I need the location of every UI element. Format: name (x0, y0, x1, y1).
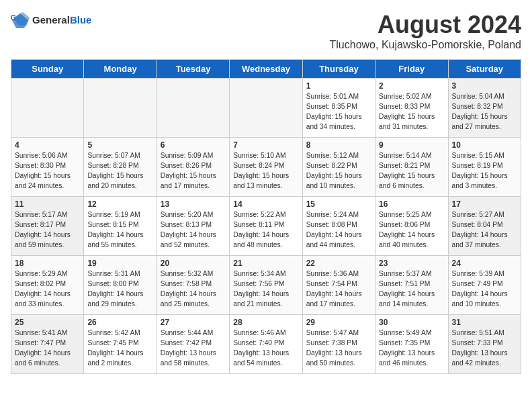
day-info: Sunrise: 5:36 AM Sunset: 7:54 PM Dayligh… (306, 269, 371, 310)
calendar-cell: 24Sunrise: 5:39 AM Sunset: 7:49 PM Dayli… (448, 256, 521, 315)
calendar-cell: 12Sunrise: 5:19 AM Sunset: 8:15 PM Dayli… (84, 197, 157, 256)
day-info: Sunrise: 5:14 AM Sunset: 8:21 PM Dayligh… (379, 151, 444, 191)
day-info: Sunrise: 5:06 AM Sunset: 8:30 PM Dayligh… (15, 151, 80, 191)
day-number: 30 (379, 318, 444, 327)
calendar-cell: 14Sunrise: 5:22 AM Sunset: 8:11 PM Dayli… (230, 197, 302, 256)
day-number: 23 (379, 259, 444, 268)
day-number: 27 (161, 318, 226, 327)
day-info: Sunrise: 5:24 AM Sunset: 8:08 PM Dayligh… (306, 210, 371, 250)
day-info: Sunrise: 5:44 AM Sunset: 7:42 PM Dayligh… (161, 328, 226, 369)
calendar-table: SundayMondayTuesdayWednesdayThursdayFrid… (11, 59, 521, 374)
logo: G GeneralBlue (11, 11, 91, 30)
calendar-cell: 3Sunrise: 5:04 AM Sunset: 8:32 PM Daylig… (448, 79, 521, 138)
calendar-cell: 23Sunrise: 5:37 AM Sunset: 7:51 PM Dayli… (375, 256, 448, 315)
calendar-cell: 8Sunrise: 5:12 AM Sunset: 8:22 PM Daylig… (302, 138, 375, 197)
calendar-week-4: 25Sunrise: 5:41 AM Sunset: 7:47 PM Dayli… (11, 315, 521, 374)
header-monday: Monday (84, 60, 157, 79)
calendar-cell (157, 79, 229, 138)
day-info: Sunrise: 5:09 AM Sunset: 8:26 PM Dayligh… (161, 151, 226, 191)
header-friday: Friday (375, 60, 448, 79)
day-info: Sunrise: 5:22 AM Sunset: 8:11 PM Dayligh… (233, 210, 298, 250)
title-section: August 2024 Tluchowo, Kujawsko-Pomorskie… (330, 11, 521, 51)
day-info: Sunrise: 5:31 AM Sunset: 8:00 PM Dayligh… (87, 269, 152, 310)
day-info: Sunrise: 5:51 AM Sunset: 7:33 PM Dayligh… (452, 328, 517, 369)
day-info: Sunrise: 5:34 AM Sunset: 7:56 PM Dayligh… (233, 269, 298, 310)
calendar-cell: 6Sunrise: 5:09 AM Sunset: 8:26 PM Daylig… (157, 138, 229, 197)
day-number: 17 (452, 199, 517, 209)
day-number: 24 (452, 259, 517, 268)
day-info: Sunrise: 5:04 AM Sunset: 8:32 PM Dayligh… (452, 92, 517, 132)
logo-icon: G (11, 11, 30, 30)
calendar-cell: 22Sunrise: 5:36 AM Sunset: 7:54 PM Dayli… (302, 256, 375, 315)
calendar-cell: 19Sunrise: 5:31 AM Sunset: 8:00 PM Dayli… (84, 256, 157, 315)
day-info: Sunrise: 5:17 AM Sunset: 8:17 PM Dayligh… (15, 210, 80, 250)
day-info: Sunrise: 5:29 AM Sunset: 8:02 PM Dayligh… (15, 269, 80, 310)
calendar-cell: 18Sunrise: 5:29 AM Sunset: 8:02 PM Dayli… (11, 256, 84, 315)
day-number: 15 (306, 199, 371, 209)
page-title: August 2024 (330, 11, 521, 39)
day-number: 25 (15, 318, 80, 327)
day-info: Sunrise: 5:10 AM Sunset: 8:24 PM Dayligh… (233, 151, 298, 191)
day-info: Sunrise: 5:20 AM Sunset: 8:13 PM Dayligh… (161, 210, 226, 250)
calendar-cell: 7Sunrise: 5:10 AM Sunset: 8:24 PM Daylig… (230, 138, 302, 197)
day-info: Sunrise: 5:42 AM Sunset: 7:45 PM Dayligh… (87, 328, 152, 369)
day-info: Sunrise: 5:37 AM Sunset: 7:51 PM Dayligh… (379, 269, 444, 310)
calendar-week-2: 11Sunrise: 5:17 AM Sunset: 8:17 PM Dayli… (11, 197, 521, 256)
day-info: Sunrise: 5:01 AM Sunset: 8:35 PM Dayligh… (306, 92, 371, 132)
calendar-cell: 27Sunrise: 5:44 AM Sunset: 7:42 PM Dayli… (157, 315, 229, 374)
calendar-cell: 2Sunrise: 5:02 AM Sunset: 8:33 PM Daylig… (375, 79, 448, 138)
calendar-cell (11, 79, 84, 138)
day-number: 6 (161, 140, 226, 150)
calendar-week-0: 1Sunrise: 5:01 AM Sunset: 8:35 PM Daylig… (11, 79, 521, 138)
day-number: 12 (87, 199, 152, 209)
day-info: Sunrise: 5:39 AM Sunset: 7:49 PM Dayligh… (452, 269, 517, 310)
day-number: 3 (452, 81, 517, 91)
day-number: 2 (379, 81, 444, 91)
calendar-cell: 30Sunrise: 5:49 AM Sunset: 7:35 PM Dayli… (375, 315, 448, 374)
day-number: 28 (233, 318, 298, 327)
calendar-cell: 26Sunrise: 5:42 AM Sunset: 7:45 PM Dayli… (84, 315, 157, 374)
day-number: 26 (87, 318, 152, 327)
day-number: 16 (379, 199, 444, 209)
day-info: Sunrise: 5:19 AM Sunset: 8:15 PM Dayligh… (87, 210, 152, 250)
calendar-cell (230, 79, 302, 138)
calendar-cell: 9Sunrise: 5:14 AM Sunset: 8:21 PM Daylig… (375, 138, 448, 197)
day-number: 1 (306, 81, 371, 91)
header-tuesday: Tuesday (157, 60, 229, 79)
calendar-cell (84, 79, 157, 138)
header-saturday: Saturday (448, 60, 521, 79)
day-info: Sunrise: 5:27 AM Sunset: 8:04 PM Dayligh… (452, 210, 517, 250)
day-number: 31 (452, 318, 517, 327)
calendar-cell: 10Sunrise: 5:15 AM Sunset: 8:19 PM Dayli… (448, 138, 521, 197)
header-wednesday: Wednesday (230, 60, 302, 79)
calendar-cell: 16Sunrise: 5:25 AM Sunset: 8:06 PM Dayli… (375, 197, 448, 256)
calendar-cell: 28Sunrise: 5:46 AM Sunset: 7:40 PM Dayli… (230, 315, 302, 374)
calendar-cell: 5Sunrise: 5:07 AM Sunset: 8:28 PM Daylig… (84, 138, 157, 197)
logo-text: GeneralBlue (32, 15, 91, 26)
day-number: 19 (87, 259, 152, 268)
calendar-week-3: 18Sunrise: 5:29 AM Sunset: 8:02 PM Dayli… (11, 256, 521, 315)
day-info: Sunrise: 5:12 AM Sunset: 8:22 PM Dayligh… (306, 151, 371, 191)
calendar-cell: 20Sunrise: 5:32 AM Sunset: 7:58 PM Dayli… (157, 256, 229, 315)
calendar-body: 1Sunrise: 5:01 AM Sunset: 8:35 PM Daylig… (11, 79, 521, 374)
calendar-cell: 13Sunrise: 5:20 AM Sunset: 8:13 PM Dayli… (157, 197, 229, 256)
day-info: Sunrise: 5:07 AM Sunset: 8:28 PM Dayligh… (87, 151, 152, 191)
page-subtitle: Tluchowo, Kujawsko-Pomorskie, Poland (330, 39, 521, 51)
day-number: 18 (15, 259, 80, 268)
day-info: Sunrise: 5:46 AM Sunset: 7:40 PM Dayligh… (233, 328, 298, 369)
day-info: Sunrise: 5:47 AM Sunset: 7:38 PM Dayligh… (306, 328, 371, 369)
day-number: 13 (161, 199, 226, 209)
day-info: Sunrise: 5:41 AM Sunset: 7:47 PM Dayligh… (15, 328, 80, 369)
page-header: G GeneralBlue August 2024 Tluchowo, Kuja… (11, 11, 521, 51)
calendar-cell: 17Sunrise: 5:27 AM Sunset: 8:04 PM Dayli… (448, 197, 521, 256)
day-number: 5 (87, 140, 152, 150)
day-number: 20 (161, 259, 226, 268)
day-number: 10 (452, 140, 517, 150)
calendar-week-1: 4Sunrise: 5:06 AM Sunset: 8:30 PM Daylig… (11, 138, 521, 197)
calendar-cell: 15Sunrise: 5:24 AM Sunset: 8:08 PM Dayli… (302, 197, 375, 256)
calendar-cell: 4Sunrise: 5:06 AM Sunset: 8:30 PM Daylig… (11, 138, 84, 197)
day-info: Sunrise: 5:32 AM Sunset: 7:58 PM Dayligh… (161, 269, 226, 310)
header-sunday: Sunday (11, 60, 84, 79)
calendar-cell: 29Sunrise: 5:47 AM Sunset: 7:38 PM Dayli… (302, 315, 375, 374)
day-info: Sunrise: 5:49 AM Sunset: 7:35 PM Dayligh… (379, 328, 444, 369)
